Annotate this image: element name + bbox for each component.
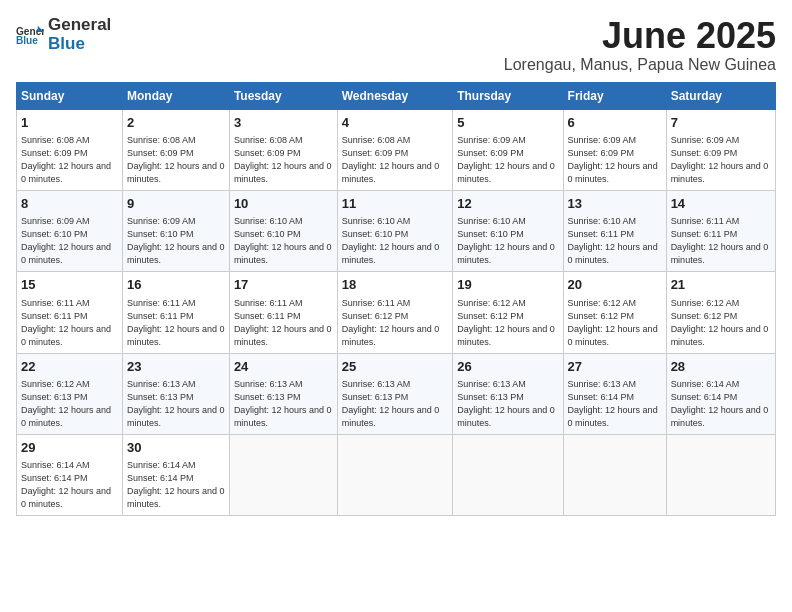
day-cell: 4Sunrise: 6:08 AMSunset: 6:09 PMDaylight…	[337, 109, 452, 190]
day-cell: 10Sunrise: 6:10 AMSunset: 6:10 PMDayligh…	[229, 190, 337, 271]
day-info: Sunrise: 6:10 AMSunset: 6:11 PMDaylight:…	[568, 215, 662, 267]
day-info: Sunrise: 6:08 AMSunset: 6:09 PMDaylight:…	[342, 134, 448, 186]
day-cell: 15Sunrise: 6:11 AMSunset: 6:11 PMDayligh…	[17, 272, 123, 353]
day-cell: 27Sunrise: 6:13 AMSunset: 6:14 PMDayligh…	[563, 353, 666, 434]
day-cell: 18Sunrise: 6:11 AMSunset: 6:12 PMDayligh…	[337, 272, 452, 353]
day-cell: 8Sunrise: 6:09 AMSunset: 6:10 PMDaylight…	[17, 190, 123, 271]
day-number: 11	[342, 195, 448, 213]
day-number: 23	[127, 358, 225, 376]
header-thursday: Thursday	[453, 82, 563, 109]
day-cell: 11Sunrise: 6:10 AMSunset: 6:10 PMDayligh…	[337, 190, 452, 271]
day-number: 27	[568, 358, 662, 376]
day-info: Sunrise: 6:14 AMSunset: 6:14 PMDaylight:…	[127, 459, 225, 511]
logo-general: General	[48, 16, 111, 35]
day-cell: 22Sunrise: 6:12 AMSunset: 6:13 PMDayligh…	[17, 353, 123, 434]
day-number: 16	[127, 276, 225, 294]
day-info: Sunrise: 6:11 AMSunset: 6:11 PMDaylight:…	[21, 297, 118, 349]
logo-blue: Blue	[48, 35, 111, 54]
day-cell: 26Sunrise: 6:13 AMSunset: 6:13 PMDayligh…	[453, 353, 563, 434]
day-cell: 9Sunrise: 6:09 AMSunset: 6:10 PMDaylight…	[123, 190, 230, 271]
day-number: 26	[457, 358, 558, 376]
day-cell: 20Sunrise: 6:12 AMSunset: 6:12 PMDayligh…	[563, 272, 666, 353]
day-info: Sunrise: 6:11 AMSunset: 6:11 PMDaylight:…	[234, 297, 333, 349]
day-info: Sunrise: 6:08 AMSunset: 6:09 PMDaylight:…	[21, 134, 118, 186]
day-cell: 3Sunrise: 6:08 AMSunset: 6:09 PMDaylight…	[229, 109, 337, 190]
day-number: 3	[234, 114, 333, 132]
day-cell: 28Sunrise: 6:14 AMSunset: 6:14 PMDayligh…	[666, 353, 775, 434]
day-number: 22	[21, 358, 118, 376]
day-info: Sunrise: 6:12 AMSunset: 6:13 PMDaylight:…	[21, 378, 118, 430]
week-row-1: 1Sunrise: 6:08 AMSunset: 6:09 PMDaylight…	[17, 109, 776, 190]
day-number: 17	[234, 276, 333, 294]
day-cell: 19Sunrise: 6:12 AMSunset: 6:12 PMDayligh…	[453, 272, 563, 353]
day-cell: 13Sunrise: 6:10 AMSunset: 6:11 PMDayligh…	[563, 190, 666, 271]
day-cell: 23Sunrise: 6:13 AMSunset: 6:13 PMDayligh…	[123, 353, 230, 434]
day-info: Sunrise: 6:14 AMSunset: 6:14 PMDaylight:…	[671, 378, 771, 430]
day-cell: 30Sunrise: 6:14 AMSunset: 6:14 PMDayligh…	[123, 435, 230, 516]
day-info: Sunrise: 6:08 AMSunset: 6:09 PMDaylight:…	[127, 134, 225, 186]
day-info: Sunrise: 6:11 AMSunset: 6:11 PMDaylight:…	[127, 297, 225, 349]
day-number: 29	[21, 439, 118, 457]
day-info: Sunrise: 6:12 AMSunset: 6:12 PMDaylight:…	[671, 297, 771, 349]
page-header: General Blue General Blue June 2025 Lore…	[16, 16, 776, 74]
week-row-3: 15Sunrise: 6:11 AMSunset: 6:11 PMDayligh…	[17, 272, 776, 353]
header-friday: Friday	[563, 82, 666, 109]
day-info: Sunrise: 6:11 AMSunset: 6:11 PMDaylight:…	[671, 215, 771, 267]
header-wednesday: Wednesday	[337, 82, 452, 109]
svg-text:Blue: Blue	[16, 35, 38, 46]
header-monday: Monday	[123, 82, 230, 109]
day-number: 28	[671, 358, 771, 376]
day-cell	[337, 435, 452, 516]
header-saturday: Saturday	[666, 82, 775, 109]
day-number: 15	[21, 276, 118, 294]
day-info: Sunrise: 6:09 AMSunset: 6:10 PMDaylight:…	[21, 215, 118, 267]
day-number: 20	[568, 276, 662, 294]
day-info: Sunrise: 6:09 AMSunset: 6:09 PMDaylight:…	[568, 134, 662, 186]
day-cell: 5Sunrise: 6:09 AMSunset: 6:09 PMDaylight…	[453, 109, 563, 190]
header-tuesday: Tuesday	[229, 82, 337, 109]
day-number: 30	[127, 439, 225, 457]
calendar-header-row: SundayMondayTuesdayWednesdayThursdayFrid…	[17, 82, 776, 109]
day-cell	[666, 435, 775, 516]
day-info: Sunrise: 6:10 AMSunset: 6:10 PMDaylight:…	[342, 215, 448, 267]
day-number: 25	[342, 358, 448, 376]
week-row-2: 8Sunrise: 6:09 AMSunset: 6:10 PMDaylight…	[17, 190, 776, 271]
day-cell: 2Sunrise: 6:08 AMSunset: 6:09 PMDaylight…	[123, 109, 230, 190]
day-info: Sunrise: 6:09 AMSunset: 6:09 PMDaylight:…	[457, 134, 558, 186]
day-info: Sunrise: 6:12 AMSunset: 6:12 PMDaylight:…	[457, 297, 558, 349]
day-number: 2	[127, 114, 225, 132]
logo: General Blue General Blue	[16, 16, 111, 53]
day-number: 21	[671, 276, 771, 294]
day-info: Sunrise: 6:08 AMSunset: 6:09 PMDaylight:…	[234, 134, 333, 186]
day-number: 4	[342, 114, 448, 132]
header-sunday: Sunday	[17, 82, 123, 109]
day-number: 13	[568, 195, 662, 213]
day-number: 7	[671, 114, 771, 132]
day-number: 1	[21, 114, 118, 132]
title-area: June 2025 Lorengau, Manus, Papua New Gui…	[504, 16, 776, 74]
day-cell: 25Sunrise: 6:13 AMSunset: 6:13 PMDayligh…	[337, 353, 452, 434]
day-cell: 29Sunrise: 6:14 AMSunset: 6:14 PMDayligh…	[17, 435, 123, 516]
day-info: Sunrise: 6:09 AMSunset: 6:10 PMDaylight:…	[127, 215, 225, 267]
day-cell: 16Sunrise: 6:11 AMSunset: 6:11 PMDayligh…	[123, 272, 230, 353]
day-info: Sunrise: 6:13 AMSunset: 6:13 PMDaylight:…	[127, 378, 225, 430]
day-cell: 14Sunrise: 6:11 AMSunset: 6:11 PMDayligh…	[666, 190, 775, 271]
day-cell: 21Sunrise: 6:12 AMSunset: 6:12 PMDayligh…	[666, 272, 775, 353]
day-info: Sunrise: 6:11 AMSunset: 6:12 PMDaylight:…	[342, 297, 448, 349]
day-info: Sunrise: 6:14 AMSunset: 6:14 PMDaylight:…	[21, 459, 118, 511]
month-title: June 2025	[504, 16, 776, 56]
day-cell: 7Sunrise: 6:09 AMSunset: 6:09 PMDaylight…	[666, 109, 775, 190]
day-number: 9	[127, 195, 225, 213]
day-cell	[453, 435, 563, 516]
location-title: Lorengau, Manus, Papua New Guinea	[504, 56, 776, 74]
week-row-4: 22Sunrise: 6:12 AMSunset: 6:13 PMDayligh…	[17, 353, 776, 434]
day-info: Sunrise: 6:12 AMSunset: 6:12 PMDaylight:…	[568, 297, 662, 349]
day-cell	[229, 435, 337, 516]
day-number: 5	[457, 114, 558, 132]
day-info: Sunrise: 6:13 AMSunset: 6:13 PMDaylight:…	[342, 378, 448, 430]
day-number: 18	[342, 276, 448, 294]
day-info: Sunrise: 6:10 AMSunset: 6:10 PMDaylight:…	[457, 215, 558, 267]
day-cell: 6Sunrise: 6:09 AMSunset: 6:09 PMDaylight…	[563, 109, 666, 190]
day-info: Sunrise: 6:13 AMSunset: 6:13 PMDaylight:…	[457, 378, 558, 430]
day-cell: 24Sunrise: 6:13 AMSunset: 6:13 PMDayligh…	[229, 353, 337, 434]
